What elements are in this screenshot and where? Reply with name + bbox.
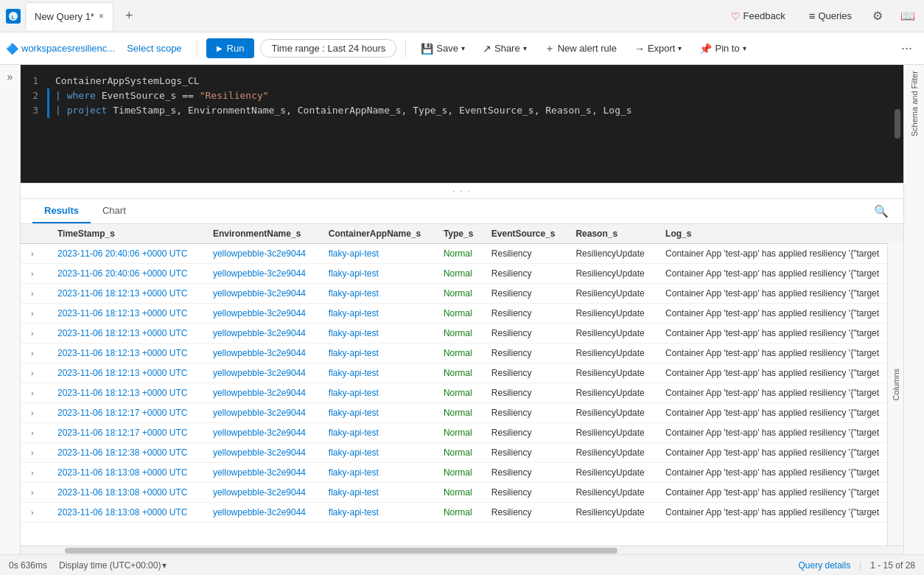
col-header-reason[interactable]: Reason_s bbox=[568, 224, 658, 244]
table-header-row: TimeStamp_s EnvironmentName_s ContainerA… bbox=[21, 224, 903, 244]
row-expand-0[interactable]: › bbox=[21, 244, 50, 264]
expand-button-5[interactable]: › bbox=[28, 347, 37, 359]
run-button[interactable]: ▶ Run bbox=[206, 38, 255, 58]
cell-log-0: Container App 'test-app' has applied res… bbox=[658, 244, 903, 264]
expand-button-7[interactable]: › bbox=[28, 387, 37, 399]
cell-timestamp-5: 2023-11-06 18:12:13 +0000 UTC bbox=[50, 344, 206, 363]
scrollbar-thumb[interactable] bbox=[65, 548, 617, 554]
expand-button-0[interactable]: › bbox=[28, 248, 37, 259]
row-expand-10[interactable]: › bbox=[21, 443, 50, 463]
query-details-link[interactable]: Query details bbox=[798, 560, 850, 571]
expand-button-4[interactable]: › bbox=[28, 327, 37, 339]
expand-button-10[interactable]: › bbox=[28, 447, 37, 459]
pin-to-button[interactable]: 📌 Pin to ▾ bbox=[693, 40, 752, 58]
expand-button-8[interactable]: › bbox=[28, 407, 37, 419]
schema-filter-label[interactable]: Schema and Filter bbox=[910, 65, 919, 142]
time-range-button[interactable]: Time range : Last 24 hours bbox=[260, 39, 396, 58]
cell-app-8: flaky-api-test bbox=[321, 403, 436, 423]
cell-timestamp-1: 2023-11-06 20:40:06 +0000 UTC bbox=[50, 264, 206, 284]
tab-close-button[interactable]: × bbox=[99, 11, 104, 21]
col-header-eventsource[interactable]: EventSource_s bbox=[484, 224, 569, 244]
results-search-button[interactable]: 🔍 bbox=[871, 201, 892, 221]
table-row: › 2023-11-06 18:12:38 +0000 UTC yellowpe… bbox=[21, 443, 903, 463]
row-expand-12[interactable]: › bbox=[21, 483, 50, 503]
save-button[interactable]: 💾 Save ▾ bbox=[415, 40, 471, 58]
col-header-log[interactable]: Log_s bbox=[658, 224, 903, 244]
code-editor[interactable]: 1 ContainerAppSystemLogs_CL 2 | where Ev… bbox=[21, 65, 903, 183]
workspace-icon: 🔷 bbox=[6, 43, 18, 55]
expand-button-2[interactable]: › bbox=[28, 288, 37, 299]
feedback-button[interactable]: ♡ Feedback bbox=[725, 7, 791, 25]
tab-chart[interactable]: Chart bbox=[91, 199, 138, 223]
export-button[interactable]: → Export ▾ bbox=[629, 40, 688, 58]
select-scope-button[interactable]: Select scope bbox=[121, 40, 187, 57]
expand-button-11[interactable]: › bbox=[28, 467, 37, 478]
cell-source-0: Resiliency bbox=[484, 244, 569, 264]
table-row: › 2023-11-06 20:40:06 +0000 UTC yellowpe… bbox=[21, 244, 903, 264]
cell-reason-7: ResiliencyUpdate bbox=[568, 383, 658, 403]
new-alert-button[interactable]: ＋ New alert rule bbox=[539, 39, 623, 58]
row-expand-8[interactable]: › bbox=[21, 403, 50, 423]
expand-button-6[interactable]: › bbox=[28, 367, 37, 379]
row-expand-3[interactable]: › bbox=[21, 304, 50, 324]
table-row: › 2023-11-06 18:12:13 +0000 UTC yellowpe… bbox=[21, 284, 903, 304]
col-header-appname[interactable]: ContainerAppName_s bbox=[321, 224, 436, 244]
tab-results[interactable]: Results bbox=[32, 199, 91, 223]
cell-app-12: flaky-api-test bbox=[321, 483, 436, 503]
book-icon[interactable]: 📖 bbox=[897, 6, 918, 26]
cell-timestamp-3: 2023-11-06 18:12:13 +0000 UTC bbox=[50, 304, 206, 324]
col-header-envname[interactable]: EnvironmentName_s bbox=[206, 224, 321, 244]
more-button[interactable]: ··· bbox=[895, 38, 918, 59]
col-header-timestamp[interactable]: TimeStamp_s bbox=[50, 224, 206, 244]
cell-env-12: yellowpebble-3c2e9044 bbox=[206, 483, 321, 503]
workspace-button[interactable]: 🔷 workspacesresilienc... bbox=[6, 43, 115, 55]
expand-button-12[interactable]: › bbox=[28, 487, 37, 498]
results-panel: Results Chart 🔍 TimeStamp_s EnvironmentN… bbox=[21, 199, 903, 554]
share-label: Share bbox=[494, 43, 520, 54]
row-expand-5[interactable]: › bbox=[21, 344, 50, 363]
row-expand-4[interactable]: › bbox=[21, 324, 50, 344]
cell-reason-2: ResiliencyUpdate bbox=[568, 284, 658, 304]
cell-env-13: yellowpebble-3c2e9044 bbox=[206, 503, 321, 523]
gear-icon[interactable]: ⚙ bbox=[869, 6, 886, 26]
row-expand-1[interactable]: › bbox=[21, 264, 50, 284]
expand-button-9[interactable]: › bbox=[28, 427, 37, 439]
horizontal-scrollbar[interactable] bbox=[21, 546, 903, 554]
row-expand-7[interactable]: › bbox=[21, 383, 50, 403]
collapse-handle[interactable]: · · · bbox=[21, 183, 903, 199]
columns-label[interactable]: Columns bbox=[892, 363, 900, 406]
row-expand-11[interactable]: › bbox=[21, 463, 50, 483]
schema-filter-panel[interactable]: Schema and Filter bbox=[903, 65, 924, 554]
columns-sidebar[interactable]: Columns bbox=[887, 224, 903, 546]
col-header-type[interactable]: Type_s bbox=[436, 224, 484, 244]
sidebar-toggle-button[interactable]: » bbox=[0, 65, 21, 554]
code-line-3: 3 | project TimeStamp_s, EnvironmentName… bbox=[21, 103, 903, 118]
cell-source-3: Resiliency bbox=[484, 304, 569, 324]
expand-button-13[interactable]: › bbox=[28, 506, 37, 518]
cell-env-8: yellowpebble-3c2e9044 bbox=[206, 403, 321, 423]
expand-button-1[interactable]: › bbox=[28, 268, 37, 279]
divider-1 bbox=[197, 40, 197, 58]
table-row: › 2023-11-06 18:12:13 +0000 UTC yellowpe… bbox=[21, 363, 903, 383]
share-button[interactable]: ↗ Share ▾ bbox=[477, 40, 533, 58]
expand-button-3[interactable]: › bbox=[28, 307, 37, 319]
toolbar: 🔷 workspacesresilienc... Select scope ▶ … bbox=[0, 32, 924, 65]
cell-type-6: Normal bbox=[436, 363, 484, 383]
table-row: › 2023-11-06 18:13:08 +0000 UTC yellowpe… bbox=[21, 483, 903, 503]
queries-icon: ≡ bbox=[809, 10, 816, 22]
new-alert-icon: ＋ bbox=[545, 42, 555, 55]
row-expand-6[interactable]: › bbox=[21, 363, 50, 383]
divider-2 bbox=[405, 40, 406, 58]
row-expand-13[interactable]: › bbox=[21, 503, 50, 523]
query-tab[interactable]: New Query 1* × bbox=[25, 2, 113, 30]
cell-env-7: yellowpebble-3c2e9044 bbox=[206, 383, 321, 403]
pin-icon: 📌 bbox=[699, 43, 712, 55]
new-tab-button[interactable]: + bbox=[118, 4, 141, 28]
row-expand-9[interactable]: › bbox=[21, 423, 50, 443]
line-content-2: | where EventSource_s == "Resiliency" bbox=[49, 88, 903, 103]
row-expand-2[interactable]: › bbox=[21, 284, 50, 304]
timezone-dropdown-icon[interactable]: ▾ bbox=[162, 560, 167, 571]
queries-button[interactable]: ≡ Queries bbox=[803, 7, 858, 25]
cell-env-11: yellowpebble-3c2e9044 bbox=[206, 463, 321, 483]
table-container[interactable]: TimeStamp_s EnvironmentName_s ContainerA… bbox=[21, 224, 903, 546]
